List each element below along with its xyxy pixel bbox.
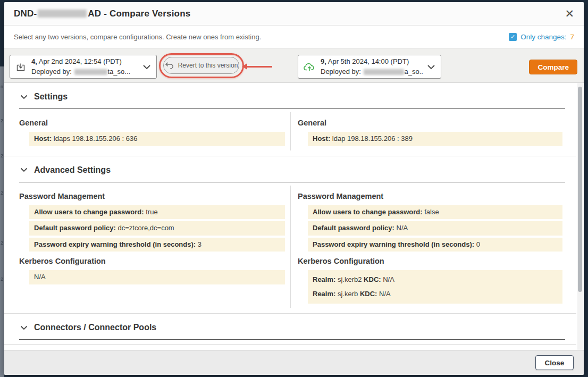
scrollbar-thumb[interactable]: [578, 87, 582, 292]
redacted-name: [38, 10, 87, 18]
dialog-subbar: Select any two versions, compare configu…: [4, 26, 584, 48]
dialog-title: DND-AD - Compare Versions: [14, 9, 190, 19]
compare-button[interactable]: Compare: [529, 60, 577, 74]
diff-row: Realm: sj.kerb2 KDC: N/A: [308, 273, 562, 288]
diff-row-block: Realm: sj.kerb2 KDC: N/ARealm: sj.kerb K…: [308, 270, 562, 304]
chevron-down-icon: [423, 64, 435, 70]
diff-row: Allow users to change password: false: [308, 205, 562, 220]
diff-row: Host: ldaps 198.18.155.206 : 636: [29, 132, 285, 146]
compare-versions-dialog: DND-AD - Compare Versions ✕ Select any t…: [4, 2, 584, 375]
archive-download-icon: [15, 62, 26, 72]
comparison-columns: GeneralHost: ldaps 198.18.155.206 : 636G…: [4, 109, 576, 156]
version-selector-bar: 4, Apr 2nd 2024, 12:54 (PDT) Deployed by…: [4, 48, 584, 83]
group-heading: General: [19, 119, 290, 127]
section-title: Settings: [34, 92, 68, 102]
diff-row: Host: ldap 198.18.155.206 : 389: [308, 132, 562, 146]
group-heading: General: [298, 119, 568, 127]
redacted-deployer: [364, 69, 404, 75]
group-heading: Kerberos Configuration: [19, 257, 290, 265]
chevron-down-icon: [138, 64, 151, 70]
cloud-upload-icon: [304, 62, 315, 72]
redacted-deployer: [74, 69, 107, 75]
dialog-header: DND-AD - Compare Versions ✕: [4, 2, 584, 26]
background-text-fragment: 2: [1, 190, 3, 196]
diff-row: Allow users to change password: true: [29, 205, 285, 220]
section-header-groups[interactable]: Groups: [4, 345, 576, 350]
revert-to-version-button[interactable]: Revert to this version: [163, 57, 239, 74]
group-heading: Password Management: [298, 192, 568, 200]
dialog-subtitle: Select any two versions, compare configu…: [14, 33, 261, 41]
group-heading: Kerberos Configuration: [298, 257, 568, 265]
background-text-fragment: 2: [1, 153, 3, 158]
background-text-fragment: 2: [1, 118, 3, 123]
section-title: Connectors / Connector Pools: [34, 323, 156, 332]
annotation-arrow: [247, 66, 272, 68]
left-version-column: GeneralHost: ldaps 198.18.155.206 : 636: [4, 112, 291, 150]
diff-row: Password expiry warning threshold (in se…: [308, 238, 562, 252]
section-header-advanced-settings[interactable]: Advanced Settings: [4, 156, 576, 180]
right-version-column: Password ManagementAllow users to change…: [291, 186, 576, 308]
diff-row: N/A: [29, 270, 285, 284]
diff-row: Default password policy: N/A: [308, 221, 562, 236]
dialog-footer: Close: [4, 350, 584, 375]
only-changes-label: Only changes:: [520, 33, 566, 41]
undo-icon: [165, 62, 174, 69]
right-version-column: GeneralHost: ldap 198.18.155.206 : 389: [291, 112, 576, 150]
close-icon[interactable]: ✕: [565, 8, 574, 19]
right-version-dropdown[interactable]: 9, Apr 5th 2024, 14:00 (PDT) Deployed by…: [298, 55, 441, 79]
comparison-columns: Password ManagementAllow users to change…: [4, 182, 576, 314]
diff-row: Default password policy: dc=ztcore,dc=co…: [29, 221, 285, 236]
background-text-fragment: 2: [1, 240, 3, 246]
only-changes-checkbox[interactable]: ✓: [509, 33, 517, 41]
comparison-content: SettingsGeneralHost: ldaps 198.18.155.20…: [4, 83, 584, 350]
chevron-down-icon: [20, 325, 28, 330]
background-text-fragment: 2: [1, 277, 3, 282]
section-header-settings[interactable]: Settings: [4, 83, 576, 106]
group-heading: Password Management: [19, 192, 290, 200]
right-version-text: 9, Apr 5th 2024, 14:00 (PDT) Deployed by…: [321, 57, 423, 77]
chevron-down-icon: [20, 167, 28, 172]
scrollbar-track[interactable]: [577, 83, 583, 350]
only-changes-toggle[interactable]: ✓ Only changes: 7: [509, 33, 574, 41]
section-title: Advanced Settings: [34, 165, 111, 175]
diff-row: Password expiry warning threshold (in se…: [29, 238, 285, 252]
left-version-column: Password ManagementAllow users to change…: [4, 186, 291, 308]
close-button[interactable]: Close: [535, 355, 574, 370]
left-version-dropdown[interactable]: 4, Apr 2nd 2024, 12:54 (PDT) Deployed by…: [10, 55, 157, 79]
diff-row: Realm: sj.kerb KDC: N/A: [308, 288, 562, 302]
background-text-fragment: n: [1, 84, 3, 89]
left-version-text: 4, Apr 2nd 2024, 12:54 (PDT) Deployed by…: [31, 57, 130, 77]
only-changes-count: 7: [570, 33, 574, 41]
background-page-strip: n22222: [0, 66, 4, 377]
chevron-down-icon: [20, 95, 28, 99]
section-header-connectors-connector-pools[interactable]: Connectors / Connector Pools: [4, 314, 576, 337]
